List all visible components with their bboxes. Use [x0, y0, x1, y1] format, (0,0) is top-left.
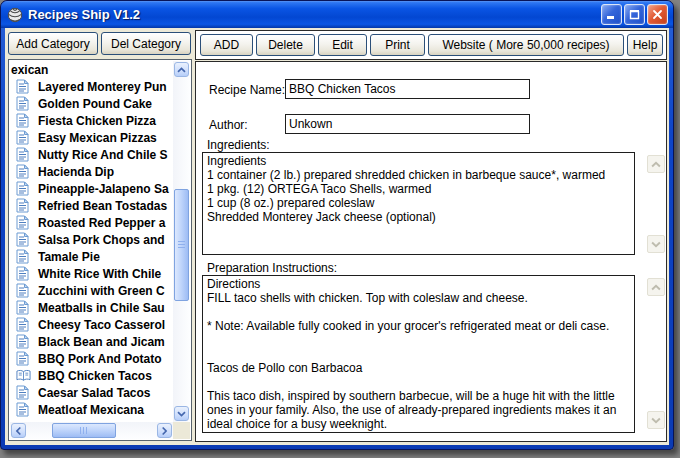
tree-row-label: White Rice With Chile	[38, 267, 161, 281]
tree-row[interactable]: Tamale Pie	[10, 248, 173, 265]
recipe-document-icon	[16, 147, 29, 162]
list-vertical-scrollbar[interactable]	[173, 61, 190, 422]
tree-row[interactable]: Black Bean and Jicam	[10, 333, 173, 350]
tree-row[interactable]: Salsa Pork Chops and	[10, 231, 173, 248]
recipe-document-icon	[16, 334, 29, 349]
minimize-button[interactable]	[601, 4, 622, 25]
list-horizontal-scrollbar[interactable]	[10, 422, 173, 439]
tree-row-label: Golden Pound Cake	[38, 97, 152, 111]
tree-row-label: Zucchini with Green C	[38, 284, 165, 298]
tree-row[interactable]: Golden Pound Cake	[10, 95, 173, 112]
tree-row[interactable]: Nutty Rice And Chile S	[10, 146, 173, 163]
recipe-form: Recipe Name: Author: Ingredients: Ingred…	[195, 61, 667, 442]
tree-row-label: Black Bean and Jicam	[38, 335, 165, 349]
tree-row-label: Pineapple-Jalapeno Sa	[38, 182, 169, 196]
recipe-document-icon	[16, 79, 29, 94]
chevron-right-icon	[162, 426, 168, 435]
delete-button[interactable]: Delete	[256, 34, 315, 56]
recipe-document-icon	[16, 385, 29, 400]
tree-row[interactable]: Zucchini with Green C	[10, 282, 173, 299]
print-button[interactable]: Print	[370, 34, 425, 56]
tree-row[interactable]: BBQ Chicken Tacos	[10, 367, 173, 384]
scroll-right-button[interactable]	[157, 423, 172, 438]
vertical-scroll-thumb[interactable]	[174, 189, 189, 301]
recipe-name-input[interactable]	[285, 79, 530, 99]
tree-row-label: Cheesy Taco Casserol	[38, 318, 165, 332]
tree-row[interactable]: Hacienda Dip	[10, 163, 173, 180]
tree-row[interactable]: White Rice With Chile	[10, 265, 173, 282]
ingredients-textarea[interactable]: Ingredients 1 container (2 lb.) prepared…	[202, 152, 635, 255]
open-book-icon	[16, 369, 31, 382]
recipe-document-icon	[16, 232, 29, 247]
scroll-left-button[interactable]	[11, 423, 26, 438]
tree-row-label: Hacienda Dip	[38, 165, 114, 179]
del-category-button[interactable]: Del Category	[101, 32, 191, 55]
tree-row-label: Refried Bean Tostadas	[38, 199, 167, 213]
website-button[interactable]: Website ( More 50,000 recipes)	[428, 34, 624, 56]
instructions-textarea[interactable]: Directions FILL taco shells with chicken…	[202, 275, 635, 433]
help-button[interactable]: Help	[627, 34, 663, 56]
recipe-document-icon	[16, 317, 29, 332]
recipe-document-icon	[16, 300, 29, 315]
tree-row-label: Roasted Red Pepper a	[38, 216, 165, 230]
tree-row-label: Caesar Salad Tacos	[38, 386, 151, 400]
tree-row-label: Fiesta Chicken Pizza	[38, 114, 156, 128]
tree-row-label: Layered Monterey Pun	[38, 80, 167, 94]
recipe-document-icon	[16, 351, 29, 366]
tree-row[interactable]: Easy Mexican Pizzas	[10, 129, 173, 146]
recipe-list-box: exican	[8, 59, 192, 441]
tree-row[interactable]: Meatloaf Mexicana	[10, 401, 173, 418]
add-button[interactable]: ADD	[200, 34, 253, 56]
tree-row[interactable]: Meatballs in Chile Sau	[10, 299, 173, 316]
scroll-up-button[interactable]	[174, 62, 189, 77]
chevron-down-icon	[177, 411, 186, 417]
author-input[interactable]	[285, 114, 530, 134]
scroll-down-button[interactable]	[174, 406, 189, 421]
maximize-button[interactable]	[624, 4, 645, 25]
scrollbar-corner	[173, 422, 190, 439]
minimize-icon	[606, 9, 617, 20]
recipe-document-icon	[16, 181, 29, 196]
chevron-down-icon	[651, 241, 661, 248]
close-icon	[652, 9, 663, 20]
tree-row[interactable]: Cheesy Taco Casserol	[10, 316, 173, 333]
edit-button[interactable]: Edit	[318, 34, 367, 56]
window-title: Recipes Ship V1.2	[28, 7, 601, 22]
tree-row[interactable]: Fiesta Chicken Pizza	[10, 112, 173, 129]
recipe-tree: exican	[10, 61, 173, 422]
tree-row[interactable]: exican	[10, 61, 173, 78]
close-button[interactable]	[647, 4, 668, 25]
chevron-up-icon	[177, 67, 186, 73]
recipe-document-icon	[16, 283, 29, 298]
tree-row[interactable]: BBQ Pork And Potato	[10, 350, 173, 367]
tree-row-label: BBQ Pork And Potato	[38, 352, 162, 366]
recipe-document-icon	[16, 130, 29, 145]
tree-row-label: BBQ Chicken Tacos	[38, 369, 152, 383]
tree-row[interactable]: Caesar Salad Tacos	[10, 384, 173, 401]
maximize-icon	[629, 9, 640, 20]
chevron-up-icon	[651, 284, 661, 291]
add-category-button[interactable]: Add Category	[8, 32, 98, 55]
tree-row[interactable]: Roasted Red Pepper a	[10, 214, 173, 231]
tree-row-label: Meatloaf Mexicana	[38, 403, 144, 417]
instructions-scroll-up-button[interactable]	[647, 278, 665, 296]
chevron-down-icon	[651, 417, 661, 424]
recipe-document-icon	[16, 113, 29, 128]
tree-row[interactable]: Pineapple-Jalapeno Sa	[10, 180, 173, 197]
ingredients-scroll-down-button[interactable]	[647, 235, 665, 253]
tree-row[interactable]: Refried Bean Tostadas	[10, 197, 173, 214]
recipe-document-icon	[16, 266, 29, 281]
instructions-scroll-down-button[interactable]	[647, 411, 665, 429]
tree-row-label: exican	[11, 63, 48, 77]
client-area: Add Category Del Category	[5, 28, 669, 445]
tree-row[interactable]: Layered Monterey Pun	[10, 78, 173, 95]
horizontal-scroll-thumb[interactable]	[52, 423, 116, 438]
recipe-document-icon	[16, 96, 29, 111]
ingredients-scroll-up-button[interactable]	[647, 155, 665, 173]
recipe-document-icon	[16, 215, 29, 230]
titlebar[interactable]: Recipes Ship V1.2	[1, 1, 673, 28]
recipe-name-label: Recipe Name:	[209, 83, 285, 97]
app-icon	[7, 7, 23, 23]
recipe-document-icon	[16, 402, 29, 417]
app-window: Recipes Ship V1.2 Add Category Del Categ…	[0, 0, 674, 450]
